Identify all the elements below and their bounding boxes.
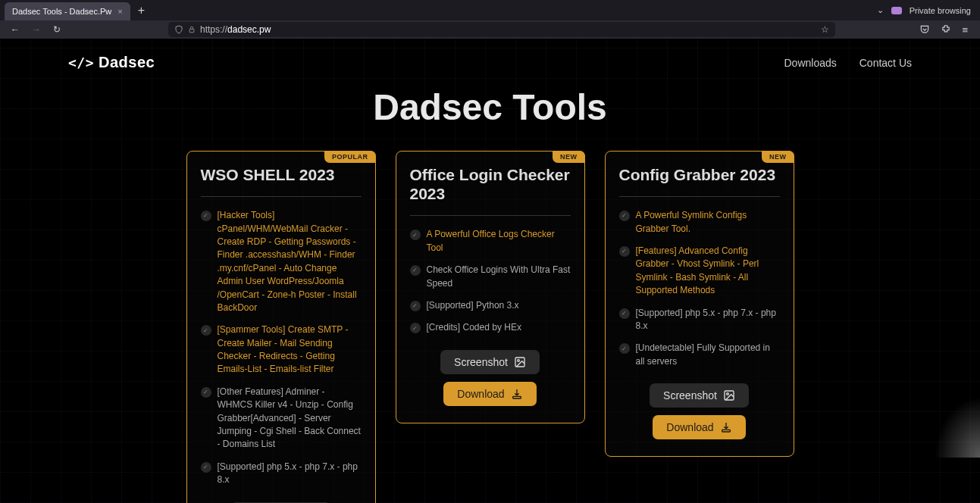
card-badge: NEW — [762, 151, 794, 163]
svg-point-8 — [727, 393, 729, 395]
svg-rect-9 — [722, 430, 730, 432]
check-icon: ✓ — [201, 462, 211, 473]
screenshot-button[interactable]: Screenshot — [650, 383, 749, 408]
feature-text: [Supported] php 5.x - php 7.x - php 8.x — [636, 307, 780, 333]
forward-button: → — [29, 24, 44, 35]
lock-icon — [188, 26, 196, 33]
feature-item: ✓[Undetectable] Fully Supported in all s… — [619, 342, 780, 368]
bookmark-icon[interactable]: ☆ — [821, 24, 829, 35]
screenshot-button[interactable]: Screenshot — [440, 350, 540, 374]
check-icon: ✓ — [619, 343, 630, 354]
button-label: Screenshot — [663, 389, 717, 401]
check-icon: ✓ — [410, 323, 421, 333]
cards-grid: POPULARWSO SHELL 2023✓[Hacker Tools] cPa… — [0, 151, 980, 503]
url-host: dadsec.pw — [227, 24, 271, 35]
feature-list: ✓[Hacker Tools] cPanel/WHM/WebMail Crack… — [201, 209, 362, 486]
close-icon[interactable]: × — [117, 7, 122, 16]
check-icon: ✓ — [201, 387, 211, 398]
download-button[interactable]: Download — [443, 382, 536, 406]
feature-item: ✓[Supported] Python 3.x — [410, 299, 571, 312]
card-badge: NEW — [553, 151, 585, 163]
check-icon: ✓ — [201, 325, 211, 336]
feature-text: [Features] Advanced Config Grabber - Vho… — [636, 245, 780, 298]
download-icon — [511, 388, 523, 400]
feature-text: [Hacker Tools] cPanel/WHM/WebMail Cracke… — [218, 209, 362, 314]
nav-link-downloads[interactable]: Downloads — [784, 57, 836, 69]
feature-text: [Supported] Python 3.x — [427, 299, 519, 312]
tab-title: Dadsec Tools - Dadsec.Pw — [12, 7, 111, 16]
tool-card: POPULARWSO SHELL 2023✓[Hacker Tools] cPa… — [186, 151, 376, 503]
feature-item: ✓[Credits] Coded by HEx — [410, 321, 571, 334]
chevron-down-icon[interactable]: ⌄ — [877, 5, 884, 15]
svg-point-5 — [518, 359, 520, 361]
feature-text: [Credits] Coded by HEx — [427, 321, 521, 334]
feature-item: ✓A Powerful Symlink Configs Grabber Tool… — [619, 209, 780, 236]
logo-text: Dadsec — [99, 54, 155, 71]
tool-card: NEWConfig Grabber 2023✓A Powerful Symlin… — [605, 151, 794, 457]
shield-icon — [174, 25, 183, 34]
menu-icon[interactable]: ≡ — [962, 24, 968, 36]
feature-text: A Powerful Office Logs Checker Tool — [427, 228, 571, 255]
url-protocol: https:// — [200, 24, 227, 35]
card-title: Office Login Checker 2023 — [410, 165, 571, 203]
feature-item: ✓[Supported] php 5.x - php 7.x - php 8.x — [201, 461, 362, 487]
private-browsing-label: Private browsing — [910, 6, 971, 15]
divider — [619, 196, 780, 197]
feature-list: ✓A Powerful Symlink Configs Grabber Tool… — [619, 209, 780, 368]
divider — [201, 196, 362, 197]
logo-icon: </> — [68, 55, 94, 70]
svg-rect-6 — [512, 396, 521, 398]
check-icon: ✓ — [410, 301, 421, 311]
card-title: WSO SHELL 2023 — [201, 165, 362, 184]
url-bar[interactable]: https://dadsec.pw ☆ — [168, 22, 835, 37]
download-icon — [720, 421, 732, 433]
feature-item: ✓[Features] Advanced Config Grabber - Vh… — [619, 245, 780, 298]
card-title: Config Grabber 2023 — [619, 165, 780, 184]
browser-chrome: Dadsec Tools - Dadsec.Pw × + ⌄ Private b… — [0, 0, 980, 39]
site-logo[interactable]: </> Dadsec — [68, 54, 155, 71]
reload-button[interactable]: ↻ — [50, 24, 64, 35]
check-icon: ✓ — [619, 211, 630, 221]
image-icon — [514, 356, 526, 368]
download-button[interactable]: Download — [653, 415, 745, 439]
card-badge: POPULAR — [324, 151, 376, 163]
feature-text: A Powerful Symlink Configs Grabber Tool. — [636, 209, 780, 236]
button-label: Download — [457, 388, 504, 400]
feature-item: ✓[Supported] php 5.x - php 7.x - php 8.x — [619, 307, 780, 333]
extensions-icon[interactable] — [941, 24, 951, 36]
feature-list: ✓A Powerful Office Logs Checker Tool✓Che… — [410, 228, 571, 334]
nav-link-contact-us[interactable]: Contact Us — [859, 57, 912, 69]
feature-item: ✓[Hacker Tools] cPanel/WHM/WebMail Crack… — [201, 209, 362, 314]
svg-rect-0 — [189, 30, 194, 33]
check-icon: ✓ — [619, 246, 630, 257]
divider — [410, 215, 571, 216]
feature-text: [Other Features] Adminer - WHMCS Killer … — [218, 386, 362, 451]
tab-strip: Dadsec Tools - Dadsec.Pw × + ⌄ Private b… — [0, 0, 980, 20]
tool-card: NEWOffice Login Checker 2023✓A Powerful … — [396, 151, 585, 423]
site-nav: DownloadsContact Us — [784, 57, 912, 69]
feature-text: [Spammer Tools] Create SMTP - Create Mai… — [218, 323, 362, 376]
page-viewport[interactable]: </> Dadsec DownloadsContact Us Dadsec To… — [0, 39, 980, 503]
image-icon — [723, 389, 735, 401]
check-icon: ✓ — [619, 308, 630, 319]
check-icon: ✓ — [410, 265, 421, 276]
feature-item: ✓[Spammer Tools] Create SMTP - Create Ma… — [201, 323, 362, 376]
check-icon: ✓ — [410, 230, 421, 240]
back-button[interactable]: ← — [8, 24, 23, 35]
check-icon: ✓ — [201, 211, 211, 221]
feature-text: [Undetectable] Fully Supported in all se… — [636, 342, 780, 368]
new-tab-button[interactable]: + — [130, 4, 152, 17]
page-header: </> Dadsec DownloadsContact Us — [0, 39, 980, 79]
card-actions: ScreenshotDownload — [410, 350, 571, 406]
feature-item: ✓[Other Features] Adminer - WHMCS Killer… — [201, 386, 362, 451]
nav-bar: ← → ↻ https://dadsec.pw ☆ ≡ — [0, 20, 980, 39]
feature-item: ✓A Powerful Office Logs Checker Tool — [410, 228, 571, 255]
feature-text: Check Office Logins With Ultra Fast Spee… — [427, 264, 571, 290]
feature-text: [Supported] php 5.x - php 7.x - php 8.x — [218, 461, 362, 487]
private-mask-icon — [891, 7, 902, 14]
page-title: Dadsec Tools — [0, 86, 980, 128]
url-text: https://dadsec.pw — [200, 24, 816, 35]
feature-item: ✓Check Office Logins With Ultra Fast Spe… — [410, 264, 571, 290]
browser-tab[interactable]: Dadsec Tools - Dadsec.Pw × — [5, 2, 130, 20]
pocket-icon[interactable] — [919, 24, 930, 36]
